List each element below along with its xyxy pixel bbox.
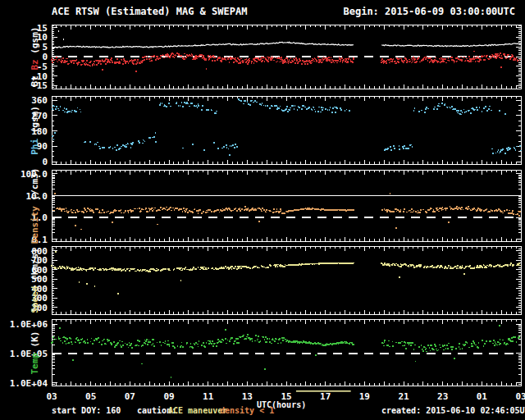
- x-tick-label: 03: [515, 391, 525, 402]
- y-axis-label-part: Bt: [30, 71, 40, 87]
- y-tick-label-temp: 1.0E+06: [10, 319, 48, 330]
- x-tick-label: 09: [163, 391, 174, 402]
- x-tick-label: 11: [203, 391, 214, 402]
- y-axis-label-part: Bz: [30, 59, 40, 70]
- x-tick-label: 05: [85, 391, 96, 402]
- y-axis-label-part: (K): [30, 331, 40, 347]
- x-tick-label: 07: [125, 391, 135, 402]
- plot-canvas: 151050-5-10-15360270180900100.010.01.00.…: [0, 0, 525, 420]
- y-axis-label-part: (/cm3): [30, 167, 40, 200]
- plot-title: ACE RTSW (Estimated) MAG & SWEPAM: [52, 6, 247, 17]
- y-axis-label-mag: Bt Bz (gsm): [30, 27, 40, 87]
- y-tick-label-phi: 360: [31, 95, 48, 106]
- y-tick-label-phi: 0: [42, 157, 48, 167]
- y-axis-label-phi: Phi (gsm): [30, 106, 40, 155]
- maneuver-legend: ACE maneuver: [168, 406, 227, 415]
- ace-rtsw-plot: 151050-5-10-15360270180900100.010.01.00.…: [0, 0, 525, 420]
- start-doy-label: start DOY: 160: [52, 406, 121, 415]
- x-tick-label: 01: [477, 391, 488, 402]
- maneuver-bar: [296, 390, 351, 392]
- y-axis-label-part: Speed: [30, 281, 40, 313]
- y-axis-label-temp: Temp (K): [30, 331, 40, 374]
- y-axis-label-part: Phi: [30, 133, 40, 155]
- x-tick-label: 03: [46, 391, 57, 402]
- y-axis-label-part: (gsm): [30, 27, 40, 60]
- begin-timestamp: Begin: 2015-06-09 03:00:00UTC: [343, 6, 515, 17]
- y-tick-label-temp: 1.0E+04: [10, 378, 48, 389]
- x-tick-label: 13: [242, 391, 253, 402]
- y-axis-label-part: (gsm): [30, 106, 40, 133]
- y-axis-label-part: (km/s): [30, 248, 40, 281]
- x-tick-label: 19: [359, 391, 370, 402]
- density-caution-legend: density < 1: [220, 406, 274, 415]
- y-axis-label-part: Density: [30, 200, 40, 244]
- x-tick-label: 17: [320, 391, 331, 402]
- x-tick-label: 23: [437, 391, 448, 402]
- y-axis-label-part: Temp: [30, 347, 40, 374]
- y-axis-label-density: Density (/cm3): [30, 167, 40, 244]
- created-timestamp: created: 2015-06-10 02:46:05UTC: [381, 406, 525, 415]
- y-axis-label-speed: Speed (km/s): [30, 248, 40, 313]
- x-tick-label: 21: [398, 391, 409, 402]
